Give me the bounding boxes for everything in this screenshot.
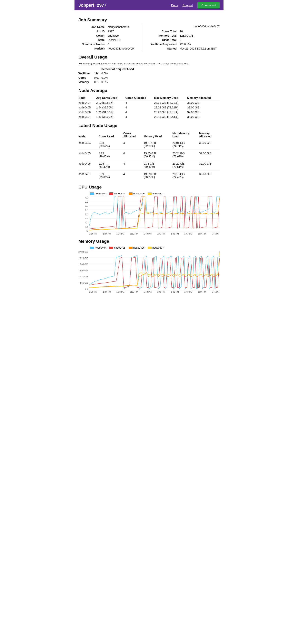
cell-node: node0406 [78,110,96,114]
cell-avg-cores: 1.54 (38.50%) [96,105,125,110]
cell-node: node0405 [78,105,96,110]
cell-mem-alloc: 32.00 GiB [187,100,220,105]
overall-usage-note: Reported by scheduler which has some lim… [78,62,220,65]
app-title: Jobperf: 2977 [78,3,106,8]
cell-node: node0406 [78,160,99,170]
overall-usage-title: Overall Usage [78,54,220,60]
cell-node: node0407 [78,170,99,181]
legend-label: node0405 [114,246,125,249]
col-mem-used: Memory Used [144,130,172,139]
table-header-row: Node Cores Used CoresAllocated Memory Us… [78,130,220,139]
cell-cores-alloc: 4 [125,105,154,110]
legend-color-node0406 [129,192,132,195]
table-row: node0407 3.99 (99.66%) 4 19.29 GiB (60.2… [78,170,220,181]
field-label: Started [148,46,178,51]
field-label: Job Name [78,25,107,29]
cell-max-mem: 23.24 GiB (72.62%) [173,150,199,160]
cpu-x-axis: 1:36 PM 1:37 PM 1:38 PM 1:39 PM 1:40 PM … [89,232,220,235]
col-cores-alloc: Cores Allocated [125,96,154,100]
field-label: Job ID [78,29,107,34]
cell-mem-alloc: 32.00 GiB [187,114,220,119]
job-summary-title: Job Summary [78,18,220,22]
memory-x-axis: 1:36 PM 1:37 PM 1:38 PM 1:39 PM 1:40 PM … [89,290,220,293]
col-cores-used: Cores Used [99,130,123,139]
main-content: Job Summary Job Name clarityBenchmark Jo… [75,10,223,296]
cell-cores-alloc: 4 [123,170,144,181]
latest-node-usage-title: Latest Node Usage [78,123,220,128]
cell-max-mem: 23.20 GiB (72.51%) [173,160,199,170]
cell-max-mem: 23.91 GiB (74.71%) [173,139,199,150]
field-label: Node(s) [78,46,107,51]
nodes-extra: node0406, node0407 [148,25,220,28]
cell-cores-used: 3.98 (99.52%) [99,139,123,150]
col-empty [94,67,101,71]
field-percent: 0.0% [101,71,136,76]
table-row: Percent of Request Used [78,67,136,71]
connected-button[interactable]: Connected [197,2,220,8]
cell-mem-alloc: 32.00 GiB [187,110,220,114]
field-value: 2977 [107,29,138,34]
cell-cores-alloc: 4 [125,110,154,114]
cell-avg-cores: 2.10 (52.52%) [96,100,125,105]
table-row: Memory 0 B 0.0% [78,80,136,84]
cell-max-mem: 23.18 GiB (72.43%) [173,170,199,181]
table-row: Started Nov 29, 2023 1:34:52 pm EST [148,46,220,51]
legend-item-node0407: node0407 [148,192,164,195]
header-nav: Docs Support Connected [171,2,220,8]
legend-item-node0406: node0406 [129,192,145,195]
field-value: RUNNING [107,38,138,42]
memory-chart-title: Memory Usage [78,239,220,244]
cell-max-mem: 23.91 GiB (74.71%) [154,100,187,105]
field-label: Walltime [78,71,94,76]
field-label: Memory Total [148,34,178,38]
overall-usage-table: Percent of Request Used Walltime 19s 0.0… [78,67,136,84]
col-empty [78,67,94,71]
field-value: 4 [107,42,138,46]
cell-node: node0407 [78,114,96,119]
field-value: 72h0m0s [178,42,220,46]
cpu-chart-body [89,196,220,232]
field-label: Number of Nodes [78,42,107,46]
mem-legend-color-node0404 [90,247,94,249]
legend-item-node0404: node0404 [90,192,106,195]
col-node: Node [78,130,99,139]
legend-item-node0405: node0405 [109,192,125,195]
table-row: State RUNNING [78,38,138,42]
cell-avg-cores: 1.32 (33.00%) [96,114,125,119]
memory-chart-container: node0404 node0405 node0406 node0407 27.9… [78,246,220,293]
cpu-chart-title: CPU Usage [78,184,220,190]
field-label: Memory [78,80,94,84]
cell-node: node0405 [78,150,99,160]
field-label: State [78,38,107,42]
cell-cores-alloc: 4 [123,160,144,170]
col-max-mem: Max MemoryUsed [173,130,199,139]
legend-label: node0407 [153,246,164,249]
cell-max-mem: 23.18 GiB (72.43%) [154,114,187,119]
legend-label: node0407 [153,192,164,195]
cell-mem-alloc: 32.00 GiB [199,160,220,170]
field-value: 0.00 [94,76,101,80]
table-header-row: Node Avg Cores Used Cores Allocated Max … [78,96,220,100]
mem-legend-item-node0406: node0406 [129,246,145,249]
cell-node: node0404 [78,100,96,105]
cpu-chart-area: 4.0 3.5 3.0 2.5 2.0 1.5 1.0 0.5 0 [78,196,220,232]
table-row: GPUs Total 0 [148,38,220,42]
support-link[interactable]: Support [183,4,193,7]
cell-cores-alloc: 4 [123,150,144,160]
mem-legend-item-node0404: node0404 [90,246,106,249]
legend-label: node0404 [95,246,106,249]
table-row: Job ID 2977 [78,29,138,34]
cell-cores-alloc: 4 [123,139,144,150]
docs-link[interactable]: Docs [171,4,178,7]
job-summary-right: node0406, node0407 Cores Total 16 Memory… [142,25,220,51]
table-row: Job Name clarityBenchmark [78,25,138,29]
table-row: Owner dndawso [78,34,138,38]
cell-cores-used: 3.99 (99.65%) [99,150,123,160]
field-value: 0 B [94,80,101,84]
col-cores-alloc: CoresAllocated [123,130,144,139]
job-summary-grid: Job Name clarityBenchmark Job ID 2977 Ow… [78,25,220,51]
cpu-y-axis: 4.0 3.5 3.0 2.5 2.0 1.5 1.0 0.5 0 [78,196,89,232]
table-row: node0405 3.99 (99.65%) 4 19.35 GiB (60.4… [78,150,220,160]
table-row: Cores 0.00 0.0% [78,76,136,80]
cell-max-mem: 23.20 GiB (72.51%) [154,110,187,114]
